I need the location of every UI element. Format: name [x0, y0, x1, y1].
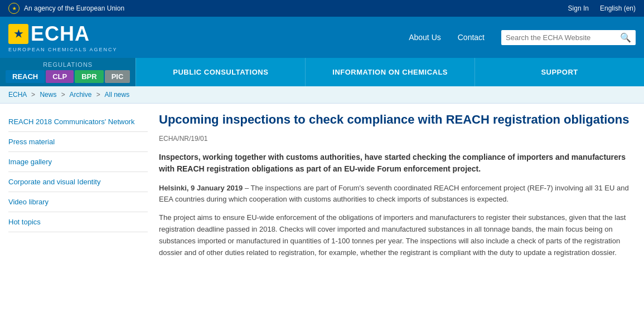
echa-logo-icon: ★: [8, 24, 28, 44]
article-intro: Helsinki, 9 January 2019 – The inspectio…: [159, 183, 636, 206]
search-icon[interactable]: 🔍: [620, 32, 631, 43]
nav-main-items: PUBLIC CONSULTATIONS INFORMATION ON CHEM…: [135, 58, 644, 86]
regulations-label: REGULATIONS: [0, 58, 135, 70]
article-ref: ECHA/NR/19/01: [159, 135, 636, 143]
eu-logo-icon: ★: [8, 3, 20, 14]
sidebar-item-video[interactable]: Video library: [8, 192, 148, 212]
nav-information-chemicals[interactable]: INFORMATION ON CHEMICALS: [305, 58, 474, 86]
top-bar-right: Sign In English (en): [568, 4, 636, 12]
sidebar-item-reach-network[interactable]: REACH 2018 Communicators' Network: [8, 112, 148, 132]
breadcrumb-archive[interactable]: Archive: [69, 91, 91, 99]
clp-button[interactable]: CLP: [46, 70, 74, 83]
search-box: 🔍: [501, 30, 636, 45]
sidebar-item-corporate[interactable]: Corporate and visual Identity: [8, 172, 148, 192]
breadcrumb-news[interactable]: News: [40, 91, 56, 99]
bpr-button[interactable]: BPR: [75, 70, 103, 83]
logo-text: ECHA: [31, 22, 90, 46]
top-bar-left: ★ An agency of the European Union: [8, 3, 124, 14]
nav-public-consultations[interactable]: PUBLIC CONSULTATIONS: [135, 58, 305, 86]
content-area: REACH 2018 Communicators' Network Press …: [0, 104, 644, 273]
article-title: Upcoming inspections to check compliance…: [159, 112, 636, 128]
breadcrumb-sep1: >: [31, 91, 35, 99]
article-lead: Inspectors, working together with custom…: [159, 151, 636, 175]
search-input[interactable]: [506, 33, 617, 42]
breadcrumb-allnews[interactable]: All news: [104, 91, 129, 99]
pic-button[interactable]: PIC: [105, 70, 130, 83]
sidebar-item-image-gallery[interactable]: Image gallery: [8, 152, 148, 172]
nav-regulations: REGULATIONS REACH CLP BPR PIC: [0, 58, 135, 86]
nav-contact-link[interactable]: Contact: [458, 33, 485, 42]
breadcrumb: ECHA > News > Archive > All news: [0, 86, 644, 104]
sidebar-item-hot-topics[interactable]: Hot topics: [8, 212, 148, 232]
main-content: Upcoming inspections to check compliance…: [159, 112, 636, 265]
article-body2: The project aims to ensure EU-wide enfor…: [159, 212, 636, 258]
main-nav: REGULATIONS REACH CLP BPR PIC PUBLIC CON…: [0, 58, 644, 86]
reach-button[interactable]: REACH: [6, 70, 45, 83]
breadcrumb-sep2: >: [61, 91, 65, 99]
top-bar: ★ An agency of the European Union Sign I…: [0, 0, 644, 17]
logo-subtitle: EUROPEAN CHEMICALS AGENCY: [8, 47, 118, 52]
breadcrumb-echa[interactable]: ECHA: [8, 91, 27, 99]
header: ★ ECHA EUROPEAN CHEMICALS AGENCY About U…: [0, 17, 644, 58]
sidebar-item-press[interactable]: Press material: [8, 132, 148, 152]
signin-link[interactable]: Sign In: [568, 4, 589, 12]
breadcrumb-sep3: >: [96, 91, 100, 99]
article-dateline: Helsinki, 9 January 2019: [159, 184, 243, 192]
nav-support[interactable]: SUPPORT: [474, 58, 644, 86]
logo-area: ★ ECHA EUROPEAN CHEMICALS AGENCY: [8, 22, 118, 52]
header-nav: About Us Contact 🔍: [409, 30, 636, 45]
logo: ★ ECHA: [8, 22, 118, 46]
reg-buttons: REACH CLP BPR PIC: [0, 70, 135, 86]
agency-label: An agency of the European Union: [24, 4, 124, 12]
sidebar: REACH 2018 Communicators' Network Press …: [8, 112, 148, 265]
nav-about-link[interactable]: About Us: [409, 33, 441, 42]
language-link[interactable]: English (en): [600, 4, 636, 12]
